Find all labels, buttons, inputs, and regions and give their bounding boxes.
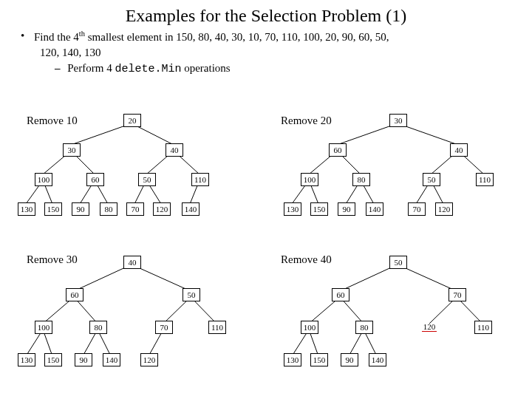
tree-node: 80: [100, 202, 117, 216]
tree4: 50 60 70 100 80 120 110 130 150 90 140: [281, 250, 532, 375]
text: operations: [181, 62, 230, 74]
tree-node: 140: [366, 202, 383, 216]
tree-node: 110: [191, 173, 209, 186]
tree-node: 60: [86, 173, 104, 186]
tree-node: 70: [449, 288, 466, 301]
tree-node: 100: [35, 321, 52, 334]
tree-node: 90: [341, 353, 358, 366]
svg-line-0: [71, 123, 132, 145]
tree2: 30 60 40 100 80 50 110 130 150 90 140 70…: [281, 111, 532, 229]
tree-node: 60: [332, 288, 349, 301]
tree-node: 50: [138, 173, 156, 186]
tree-node: 90: [72, 202, 89, 216]
tree-node: 120: [140, 353, 158, 366]
tree-node: 130: [284, 202, 301, 216]
tree-node: 70: [126, 202, 144, 216]
superscript: th: [79, 30, 85, 38]
tree-node: 130: [284, 353, 301, 366]
svg-line-13: [337, 123, 398, 145]
tree-node: 70: [408, 202, 426, 216]
text: Perform 4: [67, 62, 115, 74]
tree-node: 30: [63, 143, 81, 157]
tree-node: 70: [155, 321, 173, 334]
tree-node: 110: [474, 321, 492, 334]
tree-node: 120: [435, 202, 453, 216]
tree-node: 40: [123, 256, 141, 269]
tree-node: 120: [153, 202, 171, 216]
tree-node: 80: [352, 173, 370, 186]
text: Find the 4: [34, 31, 79, 43]
bullet-marker: •: [21, 29, 34, 45]
tree-node: 60: [66, 288, 83, 301]
tree-node: 50: [183, 288, 200, 301]
bullet-line2: 120, 140, 130: [0, 45, 532, 59]
tree-node: 100: [301, 321, 318, 334]
dash-marker: –: [55, 62, 61, 74]
tree-node: 150: [310, 353, 328, 366]
bullet-line: • Find the 4th smallest element in 150, …: [0, 26, 532, 45]
tree-node: 140: [103, 353, 120, 366]
tree3: 40 60 50 100 80 70 110 130 150 90 140 12…: [15, 250, 266, 375]
tree-node: 20: [123, 114, 141, 127]
sub-bullet: – Perform 4 delete.Min operations: [0, 59, 532, 75]
tree-node: 140: [369, 353, 386, 366]
tree-node: 40: [450, 143, 468, 157]
tree-node: 60: [329, 143, 347, 157]
tree-node: 150: [44, 353, 62, 366]
tree-node: 110: [476, 173, 494, 186]
tree1: 20 30 40 100 60 50 110 130 150 90 80 70 …: [15, 111, 266, 229]
tree-node: 90: [338, 202, 355, 216]
tree-node: 30: [389, 114, 407, 127]
tree-node: 150: [44, 202, 62, 216]
bullet-text: Find the 4th smallest element in 150, 80…: [34, 29, 389, 45]
tree-node: 40: [166, 143, 183, 157]
page-title: Examples for the Selection Problem (1): [0, 0, 532, 26]
tree-node: 80: [355, 321, 373, 334]
tree-node: 80: [89, 321, 107, 334]
tree-node: 100: [35, 173, 52, 186]
tree-node: 90: [75, 353, 92, 366]
tree-node: 100: [301, 173, 318, 186]
code-text: delete.Min: [115, 63, 181, 75]
tree-node: 130: [18, 353, 35, 366]
tree-node: 130: [18, 202, 35, 216]
tree-node: 50: [389, 256, 407, 269]
tree-node: 110: [208, 321, 226, 334]
text: smallest element in 150, 80, 40, 30, 10,…: [85, 31, 389, 43]
tree-node: 140: [182, 202, 200, 216]
tree-node: 50: [423, 173, 440, 186]
tree-node: 150: [310, 202, 328, 216]
tree-node-highlighted: 120: [421, 321, 437, 332]
